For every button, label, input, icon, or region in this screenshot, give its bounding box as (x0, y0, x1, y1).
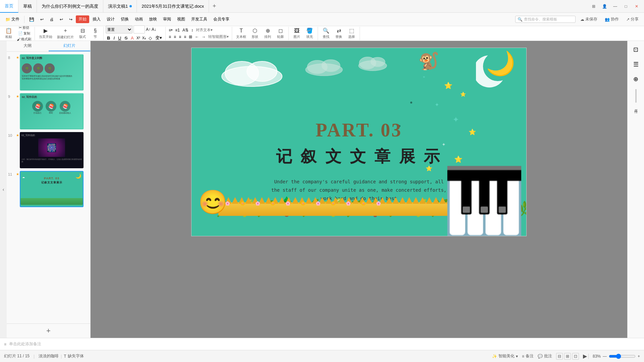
btn-unsaved[interactable]: ☁ 未保存 (578, 15, 600, 23)
menu-vip[interactable]: 会员专享 (211, 15, 232, 23)
menu-design[interactable]: 设计 (104, 15, 117, 23)
slide-canvas[interactable]: 🐒 🌙 ⭐ ⭐ ✦ ✦ ⭐ ✦ ⭐ ⭐ ✦ (191, 48, 527, 236)
view-normal[interactable]: ⊟ (556, 353, 563, 360)
view-grid[interactable]: ⊞ (564, 353, 571, 360)
btn-share[interactable]: ↗ 分享 (624, 15, 641, 23)
menu-transition[interactable]: 切换 (118, 15, 131, 23)
slide-title[interactable]: 记 叙 文 文 章 展 示 (276, 146, 442, 167)
font-family-select[interactable]: 重置 (106, 25, 132, 34)
minimize-button[interactable]: — (610, 3, 620, 10)
btn-section[interactable]: § 节 (89, 27, 101, 40)
smart-beautify-btn[interactable]: ✨ 智能美化 ▾ (492, 353, 518, 359)
btn-play-current[interactable]: ▶ 当页开始 (37, 27, 54, 40)
btn-image[interactable]: 🖼 图片 (291, 27, 303, 40)
search-box[interactable]: 🔍 查找命令、搜索模板 (515, 16, 576, 23)
btn-layout[interactable]: ⊟ 版式 (76, 27, 89, 40)
tab-ppt1[interactable]: 演示文稿1 (103, 0, 137, 13)
btn-arrange[interactable]: ⊕ 排列 (262, 27, 274, 40)
font-size-increase[interactable]: A↑ (146, 27, 151, 32)
btn-subscript[interactable]: X₂ (142, 36, 147, 41)
slide-thumb-9[interactable]: 02_写作目的 🍣 打动自己 🍣 即时 🍣 (20, 93, 84, 129)
btn-outline[interactable]: ◻ 轮廓 (274, 27, 286, 40)
btn-superscript[interactable]: X² (136, 36, 141, 40)
slide-thumb-10[interactable]: 02_写作目的 🎆 小结：我们的写作目的是打动自己，打动别人，让别人也感受到我们… (20, 132, 84, 168)
btn-shape[interactable]: ⬡ 形状 (249, 27, 261, 40)
avatar-icon[interactable]: 👤 (600, 3, 609, 10)
maximize-button[interactable]: □ (621, 3, 631, 10)
btn-indent-inc[interactable]: → (201, 34, 207, 40)
btn-text-shadow[interactable]: ◇ (147, 35, 153, 41)
tab-draft[interactable]: 草稿 (18, 0, 37, 13)
btn-transform[interactable]: 变▾ (154, 35, 163, 41)
btn-columns[interactable]: ⊞ (188, 34, 193, 40)
btn-new-slide[interactable]: ＋ 新建幻灯片 (55, 26, 76, 40)
slide-item-10[interactable]: 10 ★ 02_写作目的 🎆 小结：我们的写作目的是打动自己，打动别人，让别人也… (8, 132, 89, 168)
btn-paste[interactable]: 📋 粘贴 (3, 27, 15, 40)
toolbar-icon-undo2[interactable]: ↩ (57, 16, 66, 23)
btn-italic[interactable]: I (112, 35, 116, 41)
slide-item-9[interactable]: 9 ★ 02_写作目的 🍣 打动自己 🍣 即时 (8, 93, 89, 129)
menu-insert[interactable]: 插入 (90, 15, 103, 23)
rp-btn-1[interactable]: ⊡ (630, 44, 642, 56)
font-size-input[interactable] (133, 25, 145, 34)
toolbar-icon-save[interactable]: 💾 (26, 16, 37, 23)
slide-item-11[interactable]: 11 ★ 🌙 ☁ PART. 03 记叙文文章展示 (8, 171, 89, 207)
btn-select[interactable]: ⬚ 选择 (345, 27, 358, 40)
menu-slideshow[interactable]: 放映 (146, 15, 160, 23)
note-btn[interactable]: ≡ 备注 (522, 353, 534, 359)
btn-strikethrough[interactable]: S (123, 35, 129, 41)
btn-justify[interactable]: ≡ (183, 34, 187, 40)
add-tab-button[interactable]: + (209, 3, 220, 10)
toolbar-icon-print[interactable]: 🖨 (47, 16, 56, 23)
btn-copy[interactable]: 📄 复制 (15, 31, 33, 36)
sidebar-tab-slides[interactable]: 幻灯片 (49, 41, 91, 51)
notes-placeholder[interactable]: 单击此处添加备注 (9, 341, 41, 347)
sidebar-tab-outline[interactable]: 大纲 (7, 41, 49, 51)
rp-btn-2[interactable]: ☰ (630, 58, 642, 70)
btn-cut[interactable]: ✂ 剪切 (15, 25, 33, 31)
slide-thumb-11[interactable]: 🌙 ☁ PART. 03 记叙文文章展示 (20, 171, 84, 207)
btn-collab[interactable]: 👥 协作 (602, 15, 622, 23)
btn-replace[interactable]: ⇄ 替换 (333, 27, 345, 40)
btn-align-left[interactable]: ≡ (168, 34, 172, 40)
tab-notes[interactable]: 2021年5月31日作文课笔记.docx (137, 0, 209, 13)
font-size-decrease[interactable]: A↓ (152, 27, 156, 32)
btn-textbox[interactable]: T 文本框 (234, 27, 248, 40)
tab-home[interactable]: 首页 (0, 0, 18, 13)
grid-icon[interactable]: ⊞ (589, 3, 598, 10)
menu-file[interactable]: 📁 文件 (3, 15, 22, 23)
canvas-area[interactable]: 🐒 🌙 ⭐ ⭐ ✦ ✦ ⭐ ✦ ⭐ ⭐ ✦ (91, 41, 627, 338)
scroll-handle[interactable] (635, 89, 637, 103)
btn-bullet-list[interactable]: ≡• (168, 27, 173, 33)
btn-number-list[interactable]: ≡1 (174, 27, 181, 33)
btn-indent-dec[interactable]: ← (194, 34, 200, 40)
zoom-out-btn[interactable]: — (603, 354, 607, 359)
btn-align-right[interactable]: ≡ (178, 34, 182, 40)
sidebar-collapse-btn[interactable]: ‹ (0, 41, 7, 338)
zoom-slider[interactable] (609, 354, 636, 359)
slide-item-8[interactable]: 8 ★ 02_写作意义利弊 🌿 🌿 🌿 写作对于帮助学生建立良好的语言表达能力是… (8, 54, 89, 90)
btn-fill[interactable]: 🪣 填充 (304, 27, 316, 40)
btn-line-spacing[interactable]: ↕ (190, 27, 194, 33)
menu-start[interactable]: 开始 (76, 15, 89, 23)
btn-align-center[interactable]: ≡ (173, 34, 177, 40)
btn-text-direction[interactable]: A⇅ (181, 27, 190, 33)
menu-dev[interactable]: 开发工具 (189, 15, 210, 23)
rp-btn-3[interactable]: ⊕ (630, 73, 642, 85)
btn-font-color[interactable]: A (129, 35, 135, 41)
add-slide-button[interactable]: + (46, 326, 51, 335)
zoom-in-btn[interactable]: + (638, 354, 640, 359)
menu-animation[interactable]: 动画 (132, 15, 146, 23)
toolbar-icon-redo[interactable]: ↪ (66, 16, 75, 23)
btn-find[interactable]: 🔍 查找 (320, 27, 332, 40)
tab-why[interactable]: 为什么你们不到例文一的高度 (37, 0, 103, 13)
btn-bold[interactable]: B (106, 35, 111, 41)
play-btn[interactable]: ▶ (583, 353, 587, 359)
close-button[interactable]: ✕ (632, 3, 641, 10)
slide-thumb-8[interactable]: 02_写作意义利弊 🌿 🌿 🌿 写作对于帮助学生建立良好的语言表达能力是非常重要… (20, 54, 84, 90)
menu-view[interactable]: 视图 (174, 15, 188, 23)
view-read[interactable]: ⊡ (572, 353, 579, 360)
btn-underline[interactable]: U (117, 35, 122, 41)
toolbar-icon-undo1[interactable]: ↩ (38, 16, 46, 23)
comment-btn[interactable]: 💬 批注 (538, 353, 552, 359)
